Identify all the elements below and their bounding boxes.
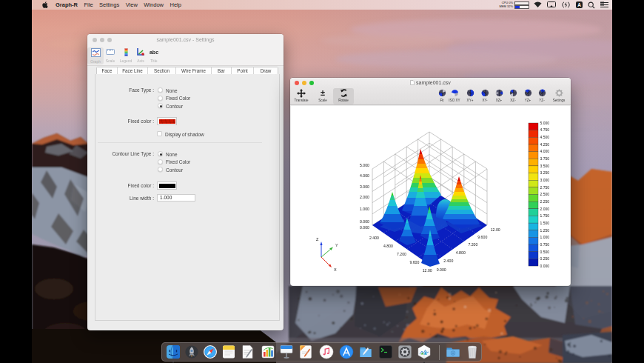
svg-text:2.000: 2.000 xyxy=(360,195,369,199)
svg-text:4.000: 4.000 xyxy=(540,149,550,153)
svg-text:0.000: 0.000 xyxy=(360,219,369,224)
svg-text:3.750: 3.750 xyxy=(540,156,550,161)
svg-text:9.600: 9.600 xyxy=(409,260,419,264)
svg-text:4.250: 4.250 xyxy=(540,142,550,147)
svg-text:0.750: 0.750 xyxy=(540,242,550,247)
svg-text:Z: Z xyxy=(316,237,319,242)
svg-text:0.000: 0.000 xyxy=(540,264,550,268)
svg-text:12.00: 12.00 xyxy=(491,227,500,232)
svg-text:3.500: 3.500 xyxy=(540,164,550,168)
svg-text:0.000: 0.000 xyxy=(360,225,369,230)
svg-text:3.250: 3.250 xyxy=(540,170,550,175)
svg-text:3.000: 3.000 xyxy=(360,184,369,189)
svg-text:1.000: 1.000 xyxy=(360,207,369,211)
svg-text:X: X xyxy=(334,267,337,272)
svg-text:5.000: 5.000 xyxy=(540,121,550,125)
svg-text:0.250: 0.250 xyxy=(540,256,550,261)
svg-text:5.000: 5.000 xyxy=(360,163,369,167)
svg-text:2.400: 2.400 xyxy=(369,236,379,240)
svg-text:9.600: 9.600 xyxy=(477,235,487,239)
svg-text:0.000: 0.000 xyxy=(437,267,446,272)
svg-text:1.000: 1.000 xyxy=(540,235,550,239)
svg-text:1.250: 1.250 xyxy=(540,228,550,233)
svg-text:4.800: 4.800 xyxy=(383,244,393,248)
svg-text:12.00: 12.00 xyxy=(423,268,432,273)
svg-text:2.400: 2.400 xyxy=(443,259,453,263)
svg-text:7.200: 7.200 xyxy=(397,252,406,256)
svg-text:4.800: 4.800 xyxy=(456,250,466,255)
svg-text:2.750: 2.750 xyxy=(540,185,550,190)
svg-text:2.250: 2.250 xyxy=(540,199,550,204)
svg-text:4.500: 4.500 xyxy=(540,135,550,139)
svg-text:3.000: 3.000 xyxy=(540,178,550,182)
svg-text:0.500: 0.500 xyxy=(540,250,550,254)
svg-text:4.750: 4.750 xyxy=(540,127,550,132)
svg-text:2.500: 2.500 xyxy=(540,192,550,196)
svg-text:Y: Y xyxy=(335,243,338,247)
svg-text:1.750: 1.750 xyxy=(540,213,550,218)
svg-text:2.000: 2.000 xyxy=(540,207,550,211)
svg-text:4.000: 4.000 xyxy=(360,173,369,178)
svg-text:7.200: 7.200 xyxy=(468,242,477,247)
svg-text:1.500: 1.500 xyxy=(540,221,550,225)
